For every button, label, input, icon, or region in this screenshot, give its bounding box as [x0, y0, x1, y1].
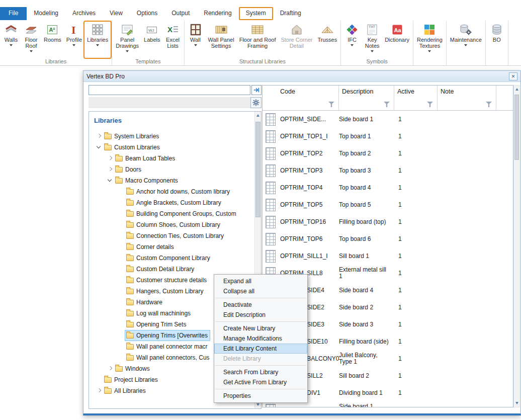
search-input[interactable] [89, 85, 250, 95]
tree-selection: Opening Trims [Overwrites [125, 330, 210, 341]
menu-item-get-active-from-library[interactable]: Get Active From Library [214, 377, 307, 387]
tree-item-custom-libraries[interactable]: Custom Libraries [89, 142, 254, 153]
chevron-right-icon[interactable] [96, 133, 102, 139]
ribbon-button-dictionary[interactable]: AaDictionary [382, 22, 412, 58]
row-icon-cell [263, 199, 279, 211]
ribbon-button-profile[interactable]: IProfile [64, 22, 84, 58]
chevron-right-icon[interactable] [96, 388, 102, 394]
chevron-down-icon[interactable] [96, 144, 102, 150]
table-row[interactable]: OPTRIM_TOP16Filling board (top)1 [263, 213, 513, 230]
tab-system[interactable]: System [239, 7, 273, 20]
scroll-down-icon[interactable] [256, 403, 259, 406]
chevron-right-icon[interactable] [107, 366, 113, 372]
search-go-button[interactable] [251, 85, 262, 95]
table-row[interactable]: OPTRIM_SIDE...Side board 11 [263, 111, 513, 128]
tree-item-column-shoes-custom-library[interactable]: Column Shoes, Custom Library [89, 219, 254, 230]
tree-item-building-component-groups-custom[interactable]: Building Component Groups, Custom [89, 208, 254, 219]
menu-item-search-from-library[interactable]: Search From Library [214, 367, 307, 377]
table-row[interactable]: OPTRIM_SILL1_ISill board 11 [263, 247, 513, 265]
table-row[interactable]: OPTRIM_TOP5Top board 51 [263, 196, 513, 213]
table-row[interactable]: OPTRIM_TOP6Top board 61 [263, 230, 513, 247]
ribbon-button-key-notes[interactable]: TXTKeyNotes [362, 22, 382, 58]
filter-funnel-icon[interactable] [485, 101, 492, 108]
menu-item-expand-all[interactable]: Expand all [214, 276, 307, 286]
tree-item-system-libraries[interactable]: System Libraries [89, 131, 254, 142]
ribbon-button-panel-drawings[interactable]: PanelDrawings [113, 22, 141, 58]
cell-code: OPTRIM_TOP3 [279, 167, 339, 174]
chevron-spacer [118, 288, 124, 294]
tab-output[interactable]: Output [164, 7, 197, 20]
ribbon-button-bo[interactable]: BO [487, 22, 507, 58]
chevron-spacer [118, 189, 124, 195]
arrow-right-to-bar-icon [253, 87, 260, 94]
column-header-code[interactable]: Code [263, 86, 339, 110]
tree-item-anchor-hold-downs-custom-library[interactable]: Anchor hold downs, Custom library [89, 186, 254, 197]
column-header-active[interactable]: Active [394, 86, 438, 110]
ribbon-button-labels[interactable]: WJLabels [141, 22, 162, 58]
menu-item-delete-library[interactable]: Delete Library [214, 354, 307, 364]
folder-icon [104, 134, 112, 139]
chevron-spacer [118, 211, 124, 217]
ribbon-button-ifc[interactable]: IFC [342, 22, 362, 58]
close-icon[interactable] [509, 72, 517, 80]
tab-archives[interactable]: Archives [65, 7, 103, 20]
tree-item-custom-detail-library[interactable]: Custom Detail Library [89, 264, 254, 275]
menu-item-properties[interactable]: Properties [214, 391, 307, 401]
tree-item-custom-component-library[interactable]: Custom Component Library [89, 253, 254, 264]
chevron-down-icon[interactable] [107, 178, 113, 184]
scroll-thumb[interactable] [514, 95, 519, 160]
ribbon-button-walls[interactable]: Walls [1, 22, 21, 58]
filter-funnel-icon[interactable] [328, 101, 335, 108]
ribbon-button-store-corner-detail[interactable]: Store CornerDetail [278, 22, 315, 58]
chevron-right-icon[interactable] [107, 155, 113, 161]
folder-icon [126, 200, 134, 206]
tab-file[interactable]: File [0, 7, 27, 20]
tree-item-doors[interactable]: Doors [89, 164, 254, 175]
filter-funnel-icon[interactable] [383, 101, 390, 108]
ribbon-button-trusses[interactable]: Trusses [315, 22, 339, 58]
tab-options[interactable]: Options [130, 7, 164, 20]
filter-funnel-icon[interactable] [426, 101, 433, 108]
ribbon-button-libraries[interactable]: Libraries [84, 22, 111, 58]
ribbon-button-floor-and-roof-framing[interactable]: Floor and RoofFraming [237, 22, 279, 58]
scroll-up-icon[interactable] [515, 88, 518, 91]
table-row[interactable]: OPTRIM_TOP4Top board 41 [263, 179, 513, 196]
menu-item-create-new-library[interactable]: Create New Library [214, 323, 307, 333]
scroll-up-icon[interactable] [256, 114, 259, 117]
ribbon-button-excel-lists[interactable]: XExcelLists [163, 22, 183, 58]
table-row[interactable]: OPTRIM_TOP1_ITop board 11 [263, 128, 513, 145]
cell-active: 1 [394, 355, 438, 362]
tab-rendering[interactable]: Rendering [197, 7, 238, 20]
scroll-thumb[interactable] [255, 122, 260, 217]
menu-separator [215, 298, 306, 298]
table-row[interactable]: OPTRIM_TOP2Top board 21 [263, 145, 513, 162]
dialog-titlebar[interactable]: Vertex BD Pro [83, 71, 520, 82]
tree-item-beam-load-tables[interactable]: Beam Load Tables [89, 153, 254, 164]
tab-modeling[interactable]: Modeling [27, 7, 65, 20]
ribbon-button-floor-roof[interactable]: FloorRoof [21, 22, 41, 58]
tab-view[interactable]: View [103, 7, 130, 20]
ribbon-button-wall-panel-settings[interactable]: Wall PanelSettings [206, 22, 237, 58]
table-scrollbar[interactable] [513, 85, 520, 407]
tree-item-angle-brackets-custom-library[interactable]: Angle Brackets, Custom Library [89, 197, 254, 208]
column-header-note[interactable]: Note [438, 86, 496, 110]
ribbon-button-maintenance[interactable]: Maintenance [448, 22, 484, 58]
ribbon-button-rendering-textures[interactable]: RenderingTextures [414, 22, 445, 58]
ribbon-button-label: Trusses [317, 37, 337, 43]
settings-gear-button[interactable] [250, 97, 262, 108]
tree-item-corner-details[interactable]: Corner details [89, 241, 254, 253]
scroll-down-icon[interactable] [515, 402, 518, 404]
menu-item-deactivate[interactable]: Deactivate [214, 300, 307, 310]
tab-drafting[interactable]: Drafting [273, 7, 308, 20]
tree-item-macro-components[interactable]: Macro Components [89, 175, 254, 186]
column-header-description[interactable]: Description [339, 86, 394, 110]
menu-item-manage-modifications[interactable]: Manage Modifications [214, 333, 307, 344]
menu-item-edit-library-content[interactable]: Edit Library Content [214, 344, 307, 354]
menu-item-collapse-all[interactable]: Collapse all [214, 286, 307, 296]
ribbon-button-wall[interactable]: Wall [186, 22, 206, 58]
menu-item-edit-description[interactable]: Edit Description [214, 310, 307, 320]
table-row[interactable]: OPTRIM_TOP3Top board 31 [263, 162, 513, 179]
tree-item-connection-ties-custom-library[interactable]: Connection Ties, Custom Library [89, 230, 254, 241]
ribbon-button-rooms[interactable]: A²Rooms [41, 22, 64, 58]
chevron-right-icon[interactable] [107, 166, 113, 173]
